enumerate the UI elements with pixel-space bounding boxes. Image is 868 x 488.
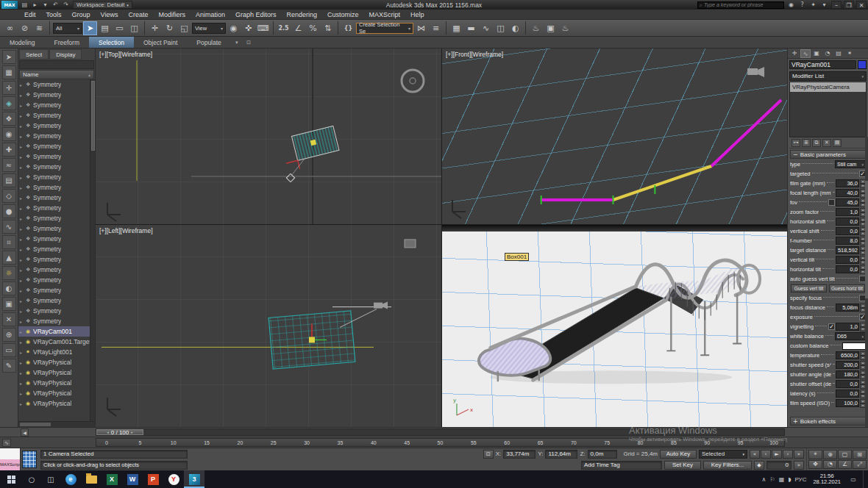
taskbar-clock[interactable]: 21:56 28.12.2021 xyxy=(810,473,844,486)
redo-icon[interactable]: ↷ xyxy=(61,1,71,9)
spinner-snap-icon[interactable]: ⇅ xyxy=(321,21,335,35)
word-icon[interactable]: W xyxy=(122,470,143,488)
explorer-row-vrayphysical[interactable]: ▸◉VRayPhysical xyxy=(18,367,95,378)
explorer-row-symmetry[interactable]: ▸❖Symmetry xyxy=(18,110,95,121)
param-value-field[interactable]: 0,0 xyxy=(836,256,859,264)
set-key-button[interactable]: Set Key xyxy=(664,461,701,470)
expand-arrow-icon[interactable]: ▸ xyxy=(20,226,24,232)
tray-icon-1[interactable]: ∧ xyxy=(762,476,766,483)
param-value-field[interactable]: 1,0 xyxy=(836,208,859,216)
left-tool-icon-21[interactable]: ✎ xyxy=(2,359,16,373)
yandex-browser-icon[interactable]: Y xyxy=(163,470,184,488)
left-tool-icon-8[interactable]: ≈ xyxy=(2,158,16,172)
expand-arrow-icon[interactable]: ▸ xyxy=(20,185,24,190)
explorer-row-vraycam001[interactable]: ▸◉VRayCam001 xyxy=(18,326,95,337)
explorer-menu-display[interactable]: Display xyxy=(49,49,82,60)
menu-rendering[interactable]: Rendering xyxy=(282,10,323,20)
reference-coordinate-dropdown[interactable]: View▾ xyxy=(192,23,226,34)
utilities-tab-icon[interactable]: ✶ xyxy=(844,49,855,58)
param-value-field[interactable]: 40,0 xyxy=(836,189,859,197)
ribbon-pin-icon[interactable]: ⊡ xyxy=(243,37,255,48)
use-pivot-center-icon[interactable]: ◉ xyxy=(227,21,241,35)
menu-graph-editors[interactable]: Graph Editors xyxy=(230,10,282,20)
explorer-row-symmetry[interactable]: ▸❖Symmetry xyxy=(18,182,95,193)
snaps-toggle-icon[interactable]: 2.5 xyxy=(277,21,291,35)
tray-icon-2[interactable]: ⚐ xyxy=(769,476,775,483)
left-tool-icon-11[interactable]: ● xyxy=(2,204,16,218)
explorer-row-vrayphysical[interactable]: ▸◉VRayPhysical xyxy=(18,378,95,388)
explorer-vertical-scrollbar[interactable] xyxy=(90,79,95,421)
schematic-view-icon[interactable]: ◫ xyxy=(494,21,508,35)
explorer-menu-select[interactable]: Select xyxy=(19,49,49,60)
explorer-row-vrayphysical[interactable]: ▸◉VRayPhysical xyxy=(18,398,95,409)
select-scale-icon[interactable]: ◱ xyxy=(177,21,191,35)
percent-snap-icon[interactable]: % xyxy=(306,21,320,35)
app-logo[interactable]: MAX xyxy=(1,1,18,9)
rollout-bokeh-effects[interactable]: + Bokeh effects xyxy=(790,417,866,426)
expand-arrow-icon[interactable]: ▸ xyxy=(20,340,24,345)
explorer-row-symmetry[interactable]: ▸❖Symmetry xyxy=(18,285,95,295)
explorer-row-symmetry[interactable]: ▸❖Symmetry xyxy=(18,244,95,254)
named-selection-sets-dropdown[interactable]: Create Selection Se▾ xyxy=(356,23,413,34)
param-value-field[interactable]: 5,08m xyxy=(836,304,859,312)
selection-region-icon[interactable]: ▭ xyxy=(113,21,127,35)
notification-center-icon[interactable]: ▭ xyxy=(847,470,859,488)
frame-forward-icon[interactable]: ▸ xyxy=(131,430,133,434)
expand-arrow-icon[interactable]: ▸ xyxy=(20,257,24,262)
key-selected-dropdown[interactable]: Selected ▾ xyxy=(699,450,747,459)
viewport-top-label[interactable]: [+][Top][Wireframe] xyxy=(99,51,152,58)
fov-icon[interactable]: ∠ xyxy=(838,460,852,470)
left-tool-icon-20[interactable]: ▭ xyxy=(2,343,16,357)
expand-arrow-icon[interactable]: ▸ xyxy=(20,319,24,324)
render-production-icon[interactable]: ♨ xyxy=(558,21,572,35)
expand-arrow-icon[interactable]: ▸ xyxy=(20,216,24,221)
expand-arrow-icon[interactable]: ▸ xyxy=(20,360,24,365)
viewport-front-label[interactable]: [+][Front][Wireframe] xyxy=(446,51,503,58)
explorer-row-symmetry[interactable]: ▸❖Symmetry xyxy=(18,275,95,285)
notifications-icon[interactable]: ✦ xyxy=(808,1,818,9)
expand-arrow-icon[interactable]: ▸ xyxy=(20,175,24,180)
tray-icon-3[interactable]: ▦ xyxy=(779,476,785,483)
configure-modifier-sets-icon[interactable]: ▤ xyxy=(833,139,842,147)
unlink-selection-icon[interactable]: ⊘ xyxy=(18,21,32,35)
menu-edit[interactable]: Edit xyxy=(19,10,41,20)
key-filters-button[interactable]: Key Filters... xyxy=(703,461,752,470)
left-tool-icon-6[interactable]: ◉ xyxy=(2,127,16,141)
color-swatch[interactable] xyxy=(842,342,866,350)
expand-arrow-icon[interactable]: ▸ xyxy=(20,206,24,211)
param-value-field[interactable]: 0,0 xyxy=(836,227,859,235)
param-value-field[interactable]: 6500,0 xyxy=(836,351,859,359)
material-editor-icon[interactable]: ◐ xyxy=(508,21,522,35)
window-crossing-icon[interactable]: ◫ xyxy=(127,21,141,35)
auto-key-button[interactable]: Auto Key xyxy=(660,450,697,459)
play-animation-icon[interactable]: ► xyxy=(772,450,782,459)
new-scene-icon[interactable]: ▤ xyxy=(20,1,29,9)
orbit-icon[interactable]: ◔ xyxy=(823,460,837,470)
explorer-row-symmetry[interactable]: ▸❖Symmetry xyxy=(18,234,95,244)
selection-lock-icon[interactable]: ⊡ xyxy=(483,450,494,459)
select-rotate-icon[interactable]: ↻ xyxy=(163,21,177,35)
menu-modifiers[interactable]: Modifiers xyxy=(153,10,191,20)
menu-maxscript[interactable]: MAXScript xyxy=(364,10,406,20)
param-value-field[interactable]: 0,0 xyxy=(836,218,859,226)
select-by-name-icon[interactable]: ▤ xyxy=(98,21,112,35)
left-tool-icon-2[interactable]: ▦ xyxy=(2,65,16,79)
file-explorer-icon[interactable] xyxy=(81,470,102,488)
left-tool-icon-15[interactable]: ☼ xyxy=(2,266,16,280)
viewport-front[interactable]: [+][Front][Wireframe] xyxy=(442,49,787,224)
explorer-row-symmetry[interactable]: ▸❖Symmetry xyxy=(18,213,95,223)
expand-arrow-icon[interactable]: ▸ xyxy=(20,278,24,283)
language-indicator[interactable]: РУС xyxy=(794,476,806,483)
param-value-field[interactable]: 180,0 xyxy=(836,370,859,378)
pan-icon[interactable]: ✥ xyxy=(808,460,822,470)
explorer-horizontal-scrollbar[interactable] xyxy=(18,421,95,427)
workspace-dropdown[interactable]: Workspace: Default ▾ xyxy=(73,1,132,9)
tab-selection[interactable]: Selection xyxy=(89,37,134,48)
param-value-field[interactable]: 200,0 xyxy=(836,361,859,369)
expand-arrow-icon[interactable]: ▸ xyxy=(20,134,24,139)
param-value-field[interactable]: 36,0 xyxy=(836,179,859,187)
tab-freeform[interactable]: Freeform xyxy=(45,37,89,48)
left-tool-icon-1[interactable]: ➤ xyxy=(2,50,16,64)
expand-arrow-icon[interactable]: ▸ xyxy=(20,309,24,314)
start-button[interactable] xyxy=(0,470,22,488)
